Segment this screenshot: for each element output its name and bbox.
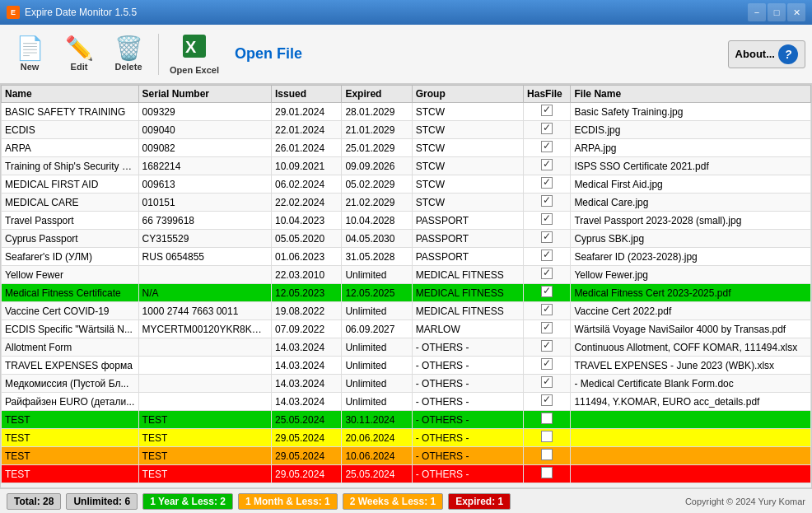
cell-group: STCW [412, 175, 523, 194]
cell-issued: 25.05.2024 [272, 411, 342, 429]
hasfile-checkbox[interactable] [541, 467, 553, 478]
table-row[interactable]: BASIC SAFETY TRAINING 009329 29.01.2024 … [2, 103, 811, 121]
hasfile-checkbox[interactable] [541, 268, 553, 279]
hasfile-checkbox[interactable] [541, 431, 553, 442]
table-row[interactable]: Training of Ship's Security O... 1682214… [2, 157, 811, 175]
edit-icon: ✏️ [65, 37, 94, 60]
cell-expired: 10.04.2028 [342, 212, 412, 230]
cell-group: STCW [412, 194, 523, 212]
new-button[interactable]: 📄 New [7, 29, 53, 80]
cell-filename: TRAVEL EXPENSES - June 2023 (WBK).xlsx [571, 357, 811, 375]
cell-serial: 009082 [138, 139, 271, 157]
about-button[interactable]: About... ? [728, 40, 805, 68]
table-row[interactable]: TEST TEST 29.05.2024 10.06.2024 - OTHERS… [2, 447, 811, 465]
cell-serial: MYCERTM00120YKR8KH4... [138, 320, 271, 338]
cell-expired: Unlimited [342, 375, 412, 393]
cell-expired: Unlimited [342, 302, 412, 320]
cell-group: - OTHERS - [412, 338, 523, 357]
table-row[interactable]: Yellow Fewer 22.03.2010 Unlimited MEDICA… [2, 266, 811, 284]
cell-name: ARPA [2, 139, 139, 157]
table-row[interactable]: Seafarer's ID (УЛМ) RUS 0654855 01.06.20… [2, 248, 811, 266]
table-row[interactable]: MEDICAL FIRST AID 009613 06.02.2024 05.0… [2, 175, 811, 194]
hasfile-checkbox[interactable] [541, 250, 553, 261]
hasfile-checkbox[interactable] [541, 105, 553, 116]
col-header-group[interactable]: Group [412, 86, 523, 103]
cell-expired: 20.06.2024 [342, 429, 412, 447]
hasfile-checkbox[interactable] [541, 159, 553, 170]
cell-name: Medical Fitness Certificate [2, 284, 139, 302]
cell-group: STCW [412, 139, 523, 157]
cell-filename: 111494, Y.KOMAR, EURO acc_details.pdf [571, 393, 811, 411]
open-excel-button[interactable]: X Open Excel [166, 29, 223, 80]
cell-serial: TEST [138, 429, 271, 447]
hasfile-checkbox[interactable] [541, 304, 553, 315]
hasfile-checkbox[interactable] [541, 449, 553, 460]
hasfile-checkbox[interactable] [541, 340, 553, 352]
table-row[interactable]: TEST TEST 25.05.2024 30.11.2024 - OTHERS… [2, 411, 811, 429]
table-row[interactable]: Medical Fitness Certificate N/A 12.05.20… [2, 284, 811, 302]
table-row[interactable]: Медкомиссия (Пустой Бл... 14.03.2024 Unl… [2, 375, 811, 393]
cell-hasfile [524, 465, 571, 483]
table-row[interactable]: Allotment Form 14.03.2024 Unlimited - OT… [2, 338, 811, 357]
col-header-filename[interactable]: File Name [571, 86, 811, 103]
table-header-row: Name Serial Number Issued Expired Group … [2, 86, 811, 103]
table-row[interactable]: ECDIS 009040 22.01.2024 21.01.2029 STCW … [2, 121, 811, 139]
total-badge: Total: 28 [7, 493, 61, 510]
table-row[interactable]: ARPA 009082 26.01.2024 25.01.2029 STCW A… [2, 139, 811, 157]
edit-button[interactable]: ✏️ Edit [56, 29, 102, 80]
cell-hasfile [524, 212, 571, 230]
table-row[interactable]: TEST TEST 29.05.2024 25.05.2024 - OTHERS… [2, 465, 811, 483]
cell-group: MEDICAL FITNESS [412, 302, 523, 320]
minimize-button[interactable]: − [748, 3, 766, 21]
hasfile-checkbox[interactable] [541, 394, 553, 406]
hasfile-checkbox[interactable] [541, 322, 553, 333]
hasfile-checkbox[interactable] [541, 213, 553, 225]
col-header-issued[interactable]: Issued [272, 86, 342, 103]
new-label: New [21, 62, 40, 72]
cell-serial: CY315529 [138, 230, 271, 248]
cell-issued: 10.04.2023 [272, 212, 342, 230]
cell-serial [138, 338, 271, 357]
table-row[interactable]: ECDIS Specific "Wärtsilä N... MYCERTM001… [2, 320, 811, 338]
cell-expired: 21.01.2029 [342, 121, 412, 139]
table-row[interactable]: Vaccine Cert COVID-19 1000 2744 7663 001… [2, 302, 811, 320]
delete-button[interactable]: 🗑️ Delete [105, 29, 152, 80]
hasfile-checkbox[interactable] [541, 195, 553, 207]
cell-filename: - Medical Certificate Blank Form.doc [571, 375, 811, 393]
hasfile-checkbox[interactable] [541, 123, 553, 134]
hasfile-checkbox[interactable] [541, 177, 553, 189]
cell-group: - OTHERS - [412, 447, 523, 465]
toolbar-divider [158, 34, 159, 75]
close-button[interactable]: ✕ [787, 3, 805, 21]
table-row[interactable]: TEST TEST 29.05.2024 20.06.2024 - OTHERS… [2, 429, 811, 447]
window-controls: − □ ✕ [748, 3, 805, 21]
cell-filename: Medical Fitness Cert 2023-2025.pdf [571, 284, 811, 302]
col-header-hasfile[interactable]: HasFile [524, 86, 571, 103]
table-row[interactable]: Cyprus Passport CY315529 05.05.2020 04.0… [2, 230, 811, 248]
cell-hasfile [524, 447, 571, 465]
cell-issued: 10.09.2021 [272, 157, 342, 175]
table-row[interactable]: Travel Passport 66 7399618 10.04.2023 10… [2, 212, 811, 230]
cell-group: - OTHERS - [412, 429, 523, 447]
col-header-expired[interactable]: Expired [342, 86, 412, 103]
maximize-button[interactable]: □ [768, 3, 786, 21]
cell-filename [571, 411, 811, 429]
cell-serial [138, 393, 271, 411]
col-header-serial[interactable]: Serial Number [138, 86, 271, 103]
table-container[interactable]: Name Serial Number Issued Expired Group … [0, 84, 812, 488]
cell-serial: TEST [138, 447, 271, 465]
cell-filename [571, 465, 811, 483]
hasfile-checkbox[interactable] [541, 231, 553, 243]
hasfile-checkbox[interactable] [541, 286, 553, 297]
cell-filename: Wärtsilä Voyage NaviSailor 4000 by Trans… [571, 320, 811, 338]
table-row[interactable]: MEDICAL CARE 010151 22.02.2024 21.02.202… [2, 194, 811, 212]
month-badge: 1 Month & Less: 1 [238, 493, 338, 510]
table-row[interactable]: Райфайзен EURO (детали... 14.03.2024 Unl… [2, 393, 811, 411]
hasfile-checkbox[interactable] [541, 376, 553, 388]
table-row[interactable]: TRAVEL EXPENSES форма 14.03.2024 Unlimit… [2, 357, 811, 375]
hasfile-checkbox[interactable] [541, 413, 553, 424]
col-header-name[interactable]: Name [2, 86, 139, 103]
hasfile-checkbox[interactable] [541, 358, 553, 370]
hasfile-checkbox[interactable] [541, 141, 553, 152]
cell-hasfile [524, 139, 571, 157]
